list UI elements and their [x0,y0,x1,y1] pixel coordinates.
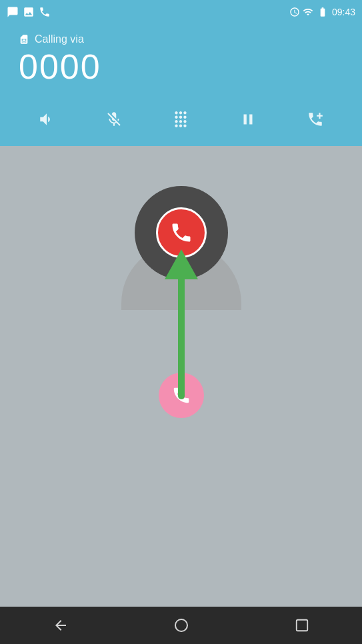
message-icon [7,6,19,18]
home-button[interactable] [173,617,189,633]
image-icon [23,6,35,18]
call-controls [0,98,362,146]
svg-point-2 [175,619,187,631]
recents-button[interactable] [295,618,309,633]
battery-icon [316,7,329,17]
status-bar: 09:43 [0,0,362,24]
svg-rect-3 [297,620,308,631]
call-area: Calling via 0000 [0,24,362,607]
hold-button[interactable] [233,105,263,134]
status-time: 09:43 [332,7,355,17]
keypad-button[interactable] [166,105,195,134]
mute-button[interactable] [99,105,129,134]
caller-number: 0000 [19,48,343,86]
call-body [0,146,362,607]
status-bar-right: 09:43 [289,7,355,17]
add-call-button[interactable] [301,105,330,134]
svg-marker-1 [165,249,198,279]
sim-icon [19,34,29,45]
call-top-section: Calling via 0000 [0,24,362,146]
swipe-up-arrow [161,249,201,403]
phone-status-icon [39,6,51,18]
nav-bar [0,607,362,644]
signal-icon [303,7,313,17]
back-button[interactable] [53,617,69,633]
call-header: Calling via 0000 [0,24,362,98]
calling-via-label: Calling via [19,33,343,45]
status-bar-left [7,6,51,18]
phone-end-icon [169,221,193,245]
calling-via-text: Calling via [35,33,84,45]
speaker-button[interactable] [32,105,61,134]
alarm-icon [289,7,300,17]
